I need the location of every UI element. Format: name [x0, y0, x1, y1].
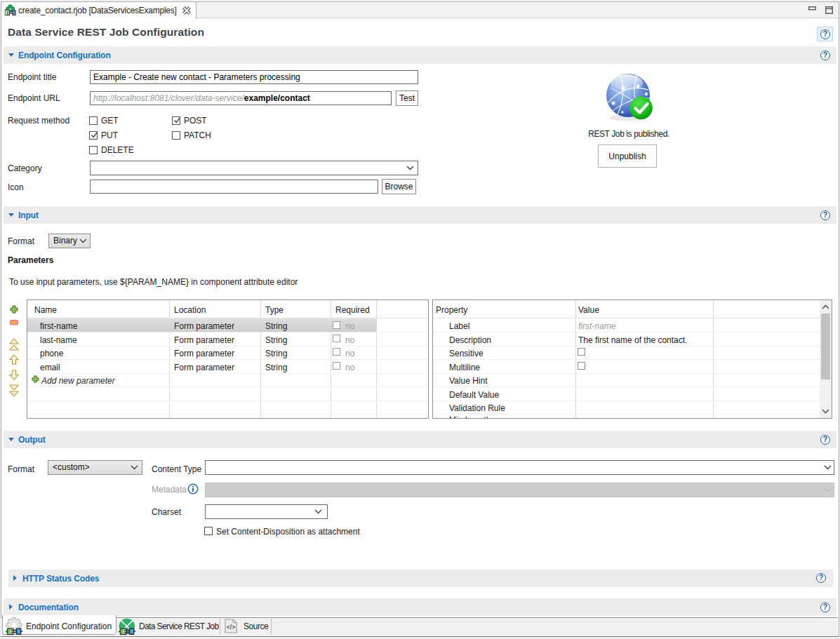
- svg-text:</>: </>: [227, 624, 235, 631]
